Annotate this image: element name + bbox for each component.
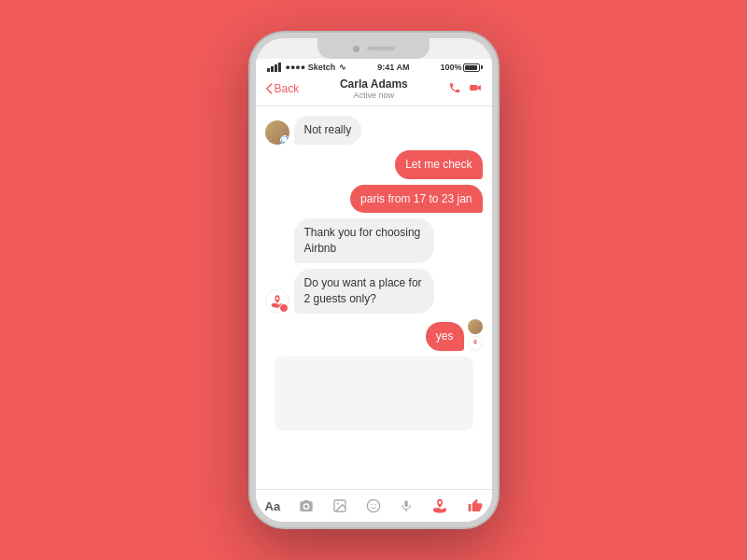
status-left: ●●●● Sketch ∿: [267, 63, 347, 72]
message-text: Do you want a place for 2 guests only?: [304, 276, 422, 305]
airbnb-avatar: [265, 289, 289, 314]
message-text: paris from 17 to 23 jan: [360, 192, 472, 205]
send-button[interactable]: [468, 498, 483, 513]
back-chevron-icon: [265, 83, 273, 94]
message-text: yes: [436, 329, 454, 343]
message-bubble: Let me check: [395, 150, 482, 179]
emoji-icon: [366, 498, 381, 513]
message-text: Not really: [304, 123, 352, 136]
signal-indicators: [267, 63, 281, 72]
seen-avatar-airbnb: [468, 336, 483, 351]
carrier-label: ●●●● Sketch: [286, 63, 336, 72]
text-format-label: Aa: [265, 499, 281, 513]
mic-button[interactable]: [400, 498, 413, 513]
speaker: [367, 47, 395, 50]
back-button[interactable]: Back: [265, 82, 300, 95]
svg-point-5: [375, 504, 376, 505]
message-bubble: Not really: [294, 116, 362, 145]
message-text: Thank you for choosing Airbnb: [304, 226, 421, 255]
messenger-badge: [280, 135, 289, 145]
phone-call-icon[interactable]: [448, 81, 461, 97]
time-display: 9:41 AM: [377, 63, 409, 72]
battery-icon: [463, 63, 480, 72]
message-row: Do you want a place for 2 guests only?: [265, 269, 483, 314]
avatar: [265, 120, 289, 145]
message-row: Let me check: [265, 150, 483, 179]
svg-point-3: [368, 499, 380, 511]
contact-status: Active now: [340, 91, 408, 100]
message-row: yes: [265, 319, 483, 351]
bottom-toolbar: Aa: [256, 489, 492, 522]
phone-shell: ●●●● Sketch ∿ 9:41 AM 100% Back Carla: [250, 33, 498, 527]
message-bubble: yes: [426, 322, 464, 351]
chat-area: Not really Let me check paris from 17 to…: [256, 106, 492, 489]
text-format-button[interactable]: Aa: [265, 499, 281, 513]
message-bubble: Thank you for choosing Airbnb: [294, 218, 434, 263]
emoji-button[interactable]: [366, 498, 381, 513]
nav-bar: Back Carla Adams Active now: [256, 74, 492, 106]
mic-icon: [400, 498, 413, 513]
message-bubble: paris from 17 to 23 jan: [350, 185, 482, 214]
screen: ●●●● Sketch ∿ 9:41 AM 100% Back Carla: [256, 59, 492, 522]
svg-rect-0: [471, 85, 478, 91]
expanded-content-panel: [275, 357, 473, 431]
airbnb-badge: [279, 303, 289, 313]
airbnb-toolbar-button[interactable]: [431, 497, 448, 514]
contact-info: Carla Adams Active now: [340, 77, 408, 100]
message-bubble: Do you want a place for 2 guests only?: [294, 269, 434, 314]
airbnb-toolbar-icon: [431, 497, 448, 514]
like-icon: [468, 498, 483, 513]
seen-avatar-person: [468, 319, 483, 334]
gallery-button[interactable]: [332, 498, 347, 513]
status-right: 100%: [440, 63, 480, 72]
nav-actions: [448, 81, 482, 97]
svg-point-4: [372, 504, 373, 505]
svg-point-2: [337, 503, 339, 505]
message-row: paris from 17 to 23 jan: [265, 185, 483, 214]
contact-name: Carla Adams: [340, 77, 408, 91]
status-bar: ●●●● Sketch ∿ 9:41 AM 100%: [256, 59, 492, 74]
front-camera: [353, 46, 359, 52]
message-row: Not really: [265, 116, 483, 145]
message-text: Let me check: [405, 158, 472, 171]
battery-label: 100%: [440, 63, 461, 72]
camera-icon: [299, 498, 314, 513]
phone-notch: [317, 38, 430, 59]
camera-button[interactable]: [299, 498, 314, 513]
video-call-icon[interactable]: [469, 81, 482, 97]
seen-avatars: [468, 319, 483, 351]
wifi-icon: ∿: [339, 63, 346, 72]
svg-rect-6: [405, 500, 409, 507]
battery-fill: [465, 65, 477, 70]
message-row: Thank you for choosing Airbnb: [265, 218, 483, 263]
back-label: Back: [275, 82, 300, 95]
gallery-icon: [332, 498, 347, 513]
